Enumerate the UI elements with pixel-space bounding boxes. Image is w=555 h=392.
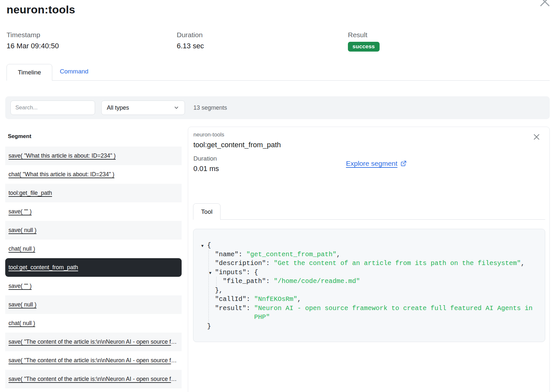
segment-row[interactable]: save( null ) — [5, 295, 182, 314]
json-punct: } — [207, 322, 211, 330]
tab-tool[interactable]: Tool — [193, 203, 220, 220]
panel-close-icon[interactable] — [532, 133, 541, 143]
json-punct: : { — [246, 269, 258, 276]
json-key: "inputs" — [215, 269, 246, 276]
segment-row[interactable]: chat( null ) — [5, 240, 182, 258]
segment-row[interactable]: save( "" ) — [5, 277, 182, 295]
segment-row[interactable]: save( "The content of the article is:\n\… — [5, 351, 182, 370]
code-line: ▼{ — [201, 241, 537, 250]
result-label: Result — [348, 31, 380, 39]
page-title: neuron:tools — [7, 3, 75, 16]
detail-title: tool:get_content_from_path — [193, 141, 281, 149]
code-line: PHP" — [201, 313, 537, 322]
segment-row[interactable]: save( "The content of the article is:\n\… — [5, 370, 182, 388]
segment-link[interactable]: save( "The content of the article is:\n\… — [8, 351, 178, 370]
json-punct: }, — [215, 287, 223, 294]
segment-row[interactable]: save( "What this article is about: ID=23… — [5, 147, 182, 165]
segment-toolbar: All types 13 segments — [5, 96, 550, 119]
json-punct: , — [297, 295, 301, 303]
tab-timeline[interactable]: Timeline — [7, 64, 52, 81]
segment-column-header: Segment — [8, 133, 31, 140]
segment-link[interactable]: chat( null ) — [8, 240, 178, 258]
code-line: "description": "Get the content of an ar… — [201, 259, 537, 268]
json-key: "description" — [215, 259, 266, 267]
timestamp-value: 16 Mar 09:40:50 — [7, 42, 59, 50]
code-line: } — [201, 322, 537, 331]
tab-divider — [7, 80, 550, 81]
segment-link[interactable]: save( "What this article is about: ID=23… — [8, 147, 178, 165]
collapse-caret-icon[interactable]: ▼ — [201, 242, 207, 251]
json-punct: : — [246, 295, 254, 303]
segment-row[interactable]: save( null ) — [5, 221, 182, 240]
json-value: "get_content_from_path" — [246, 251, 336, 258]
segment-count: 13 segments — [193, 96, 227, 119]
code-line: "file_path": "/home/code/readme.md" — [201, 277, 537, 286]
type-filter-select[interactable]: All types — [101, 101, 185, 115]
code-line: ▼"inputs": { — [201, 268, 537, 277]
status-badge: success — [348, 42, 380, 52]
segment-link[interactable]: chat( "What this article is about: ID=23… — [8, 165, 178, 184]
code-line: "callId": "NnfEKOsRm", — [201, 295, 537, 304]
json-punct: : — [266, 277, 274, 285]
segment-link[interactable]: save( "" ) — [8, 277, 178, 295]
json-value: "Get the content of an article from its … — [274, 259, 521, 267]
detail-breadcrumb: neuron-tools — [193, 132, 224, 138]
code-line: "name": "get_content_from_path", — [201, 250, 537, 259]
code-line: "result": "Neuron AI - open source frame… — [201, 304, 537, 313]
segment-link[interactable]: save( null ) — [8, 221, 178, 240]
duration-value: 6.13 sec — [177, 42, 204, 50]
segment-row[interactable]: save( "The content of the article is:\n\… — [5, 333, 182, 351]
json-punct: : — [238, 251, 246, 258]
segment-link[interactable]: save( null ) — [8, 295, 178, 314]
segment-row[interactable]: tool:get_file_path — [5, 184, 182, 202]
search-input[interactable] — [10, 101, 95, 115]
json-code: ▼{"name": "get_content_from_path","descr… — [201, 241, 537, 331]
segment-link[interactable]: save( "The content of the article is:\n\… — [8, 370, 178, 388]
segment-link[interactable]: save( "The content of the article is:\n\… — [8, 333, 178, 351]
json-value: PHP" — [254, 313, 270, 321]
json-key: "file_path" — [223, 277, 266, 285]
indent-guide — [216, 277, 217, 286]
explore-segment-label: Explore segment — [346, 160, 398, 167]
json-punct: : — [266, 259, 274, 267]
segment-row[interactable]: tool:get_content_from_path — [5, 258, 182, 277]
segment-link[interactable]: chat( null ) — [8, 314, 178, 333]
detail-duration-value: 0.01 ms — [193, 165, 219, 173]
json-punct: : — [246, 305, 254, 312]
duration-label: Duration — [177, 31, 204, 39]
segment-list: save( "What this article is about: ID=23… — [5, 147, 182, 388]
tab-command[interactable]: Command — [60, 68, 89, 75]
type-filter-value: All types — [107, 104, 129, 111]
json-key: "callId" — [215, 295, 246, 303]
segment-detail-panel: neuron-tools tool:get_content_from_path … — [188, 127, 550, 392]
segment-link[interactable]: tool:get_file_path — [8, 184, 178, 202]
json-punct: , — [521, 259, 525, 267]
duration-meta: Duration 6.13 sec — [177, 31, 204, 50]
segment-link[interactable]: tool:get_content_from_path — [8, 258, 178, 277]
explore-segment-link[interactable]: Explore segment — [346, 160, 407, 167]
tool-tab-divider — [193, 219, 545, 220]
json-value: "NnfEKOsRm" — [254, 295, 297, 303]
json-punct: , — [336, 251, 340, 258]
json-key: "result" — [215, 305, 246, 312]
collapse-caret-icon[interactable]: ▼ — [209, 269, 215, 278]
code-line: }, — [201, 286, 537, 295]
timestamp-meta: Timestamp 16 Mar 09:40:50 — [7, 31, 59, 50]
segment-row[interactable]: chat( null ) — [5, 314, 182, 333]
json-key: "name" — [215, 251, 238, 258]
result-meta: Result success — [348, 31, 380, 52]
detail-duration-label: Duration — [193, 155, 217, 162]
segment-link[interactable]: save( "" ) — [8, 202, 178, 221]
chevron-down-icon — [173, 105, 179, 111]
trace-detail-page: neuron:tools Timestamp 16 Mar 09:40:50 D… — [0, 0, 555, 392]
json-code-block: ▼{"name": "get_content_from_path","descr… — [193, 229, 545, 342]
json-punct: { — [207, 242, 211, 249]
timestamp-label: Timestamp — [7, 31, 59, 39]
segment-row[interactable]: chat( "What this article is about: ID=23… — [5, 165, 182, 184]
segment-row[interactable]: save( "" ) — [5, 202, 182, 221]
json-value: "Neuron AI - open source framework to cr… — [254, 305, 532, 312]
external-link-icon — [400, 160, 407, 167]
close-icon[interactable] — [537, 0, 552, 10]
indent-guide — [208, 250, 209, 321]
json-value: "/home/code/readme.md" — [274, 277, 360, 285]
